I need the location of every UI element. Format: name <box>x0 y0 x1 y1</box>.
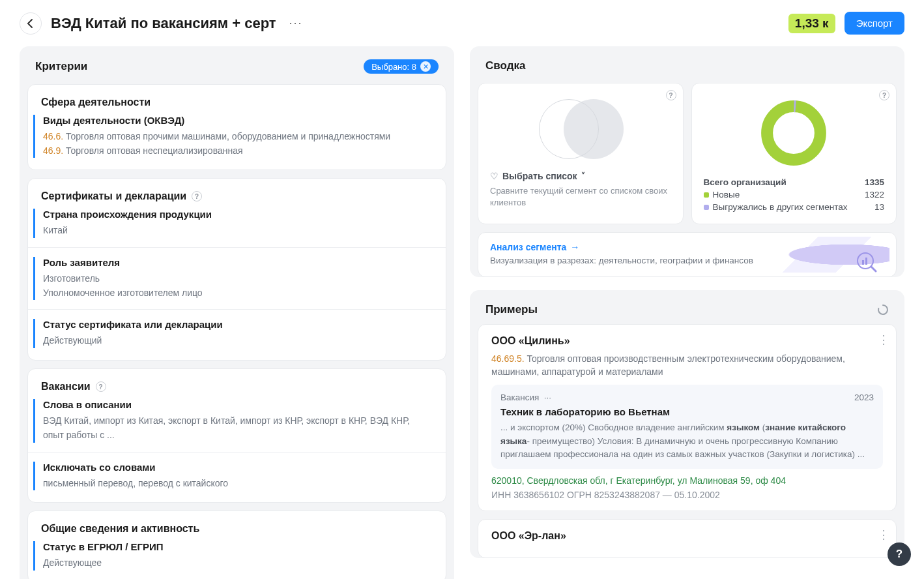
org-stats-card: ? Всего организаций 1335 Новые 1322 В <box>691 83 897 224</box>
criteria-group-title: Вакансии? <box>41 381 433 393</box>
criteria-item-value: Действующий <box>43 334 433 348</box>
criteria-item-value: 46.6. Торговля оптовая прочими машинами,… <box>43 130 433 144</box>
criteria-item-label: Статус сертификата или декларации <box>43 319 433 330</box>
criteria-group-vac[interactable]: Вакансии?Слова в описанииВЭД Китай, импо… <box>27 368 446 503</box>
vacancy-box: Вакансия ···2023Техник в лабораторию во … <box>491 385 883 469</box>
criteria-item-value: ВЭД Китай, импорт из Китая, экспорт в Ки… <box>43 414 433 442</box>
select-list-label: Выбрать список <box>502 171 577 181</box>
export-button[interactable]: Экспорт <box>845 12 904 35</box>
chart-lens-icon <box>856 251 878 273</box>
okved-code: 46.9. <box>43 145 66 156</box>
criteria-item-label: Статус в ЕГРЮЛ / ЕГРИП <box>43 541 433 552</box>
criteria-item[interactable]: Исключать со словамиписьменный перевод, … <box>33 462 433 491</box>
floating-help-button[interactable]: ? <box>888 542 911 566</box>
criteria-panel-title: Критерии <box>35 60 87 73</box>
example-address: 620010, Свердловская обл, г Екатеринбург… <box>491 475 883 486</box>
help-icon[interactable]: ? <box>96 381 106 392</box>
new-orgs-label: Новые <box>713 190 740 200</box>
summary-panel-title: Сводка <box>485 59 525 72</box>
example-more-button[interactable]: ⋮ <box>878 527 889 542</box>
exported-orgs-label: Выгружались в других сегментах <box>713 202 848 212</box>
donut-chart <box>758 98 829 168</box>
criteria-item-value: Уполномоченное изготовителем лицо <box>43 286 433 301</box>
criteria-item[interactable]: Страна происхождения продукцииКитай <box>33 209 433 238</box>
criteria-item-label: Виды деятельности (ОКВЭД) <box>43 115 433 126</box>
criteria-group-title: Сфера деятельности <box>41 96 433 108</box>
example-okved: 46.69.5. Торговля оптовая производственн… <box>491 352 883 379</box>
okved-code: 46.6. <box>43 131 66 141</box>
chevron-down-icon: ˅ <box>581 171 585 181</box>
select-list-dropdown[interactable]: ♡ Выбрать список ˅ <box>490 171 671 181</box>
examples-panel-title: Примеры <box>485 303 538 316</box>
compare-note: Сравните текущий сегмент со списком свои… <box>490 185 671 209</box>
criteria-item-value: письменный перевод, перевод с китайского <box>43 477 433 491</box>
criteria-group-general[interactable]: Общие сведения и активностьСтатус в ЕГРЮ… <box>27 511 446 579</box>
criteria-item[interactable]: Роль заявителяИзготовительУполномоченное… <box>33 257 433 300</box>
example-card[interactable]: ⋮ООО «Цилинь»46.69.5. Торговля оптовая п… <box>478 324 897 511</box>
okved-code: 46.69.5. <box>491 353 527 364</box>
help-icon[interactable]: ? <box>879 90 889 100</box>
example-ids: ИНН 3638656102 ОГРН 8253243882087 — 05.1… <box>491 490 883 500</box>
criteria-item[interactable]: Статус сертификата или декларацииДейству… <box>33 319 433 348</box>
criteria-group-title: Сертификаты и декларации? <box>41 190 433 202</box>
criteria-item-label: Роль заявителя <box>43 257 433 268</box>
new-orgs-value: 1322 <box>865 190 884 200</box>
help-icon[interactable]: ? <box>192 191 202 201</box>
vacancy-tag: Вакансия ··· <box>500 393 551 402</box>
criteria-item-value: Действующее <box>43 556 433 571</box>
heart-icon: ♡ <box>490 171 498 181</box>
svg-rect-4 <box>865 258 867 265</box>
criteria-item-label: Исключать со словами <box>43 462 433 473</box>
segment-analysis-card[interactable]: Анализ сегмента → Визуализация в разреза… <box>478 232 897 277</box>
criteria-item-label: Страна происхождения продукции <box>43 209 433 220</box>
vacancy-snippet: ... и экспортом (20%) Свободное владение… <box>500 421 874 461</box>
example-company-name: ООО «Цилинь» <box>491 335 883 347</box>
criteria-item-value: 46.9. Торговля оптовая неспециализирован… <box>43 144 433 158</box>
svg-rect-3 <box>862 260 864 265</box>
vacancy-title: Техник в лабораторию во Вьетнам <box>500 406 874 417</box>
arrow-left-icon <box>25 18 36 29</box>
total-orgs-label: Всего организаций <box>704 177 787 187</box>
back-button[interactable] <box>20 12 42 35</box>
loading-spinner-icon <box>877 304 889 316</box>
more-actions-button[interactable]: ··· <box>285 14 307 33</box>
record-count-badge: 1,33 к <box>788 14 835 33</box>
total-orgs-value: 1335 <box>865 177 884 187</box>
criteria-group-title: Общие сведения и активность <box>41 523 433 535</box>
help-icon[interactable]: ? <box>666 90 676 100</box>
vacancy-year: 2023 <box>854 393 874 402</box>
criteria-group-certs[interactable]: Сертификаты и декларации?Страна происхож… <box>27 178 446 361</box>
example-more-button[interactable]: ⋮ <box>878 333 889 347</box>
selected-count-chip[interactable]: Выбрано: 8 ✕ <box>364 59 439 74</box>
svg-point-0 <box>767 106 820 160</box>
compare-card: ? ♡ Выбрать список ˅ Сравните текущий се… <box>478 83 684 224</box>
venn-diagram <box>535 99 626 159</box>
map-decoration <box>746 237 889 273</box>
example-company-name: ООО «Эр-лан» <box>491 530 883 542</box>
page-title: ВЭД Китай по вакансиям + серт <box>51 15 276 32</box>
clear-criteria-icon[interactable]: ✕ <box>420 61 431 72</box>
criteria-item-value: Китай <box>43 224 433 238</box>
criteria-item[interactable]: Статус в ЕГРЮЛ / ЕГРИПДействующее <box>33 541 433 571</box>
example-card[interactable]: ⋮ООО «Эр-лан» <box>478 519 897 558</box>
criteria-item[interactable]: Виды деятельности (ОКВЭД)46.6. Торговля … <box>33 115 433 158</box>
segment-analysis-link[interactable]: Анализ сегмента → <box>490 242 579 252</box>
selected-count-label: Выбрано: 8 <box>371 62 416 72</box>
exported-orgs-value: 13 <box>874 202 884 212</box>
criteria-item-label: Слова в описании <box>43 399 433 410</box>
arrow-right-icon: → <box>570 242 579 252</box>
criteria-item-value: Изготовитель <box>43 272 433 286</box>
criteria-group-scope[interactable]: Сфера деятельностиВиды деятельности (ОКВ… <box>27 84 446 170</box>
segment-analysis-link-text: Анализ сегмента <box>490 242 566 252</box>
criteria-item[interactable]: Слова в описанииВЭД Китай, импорт из Кит… <box>33 399 433 442</box>
